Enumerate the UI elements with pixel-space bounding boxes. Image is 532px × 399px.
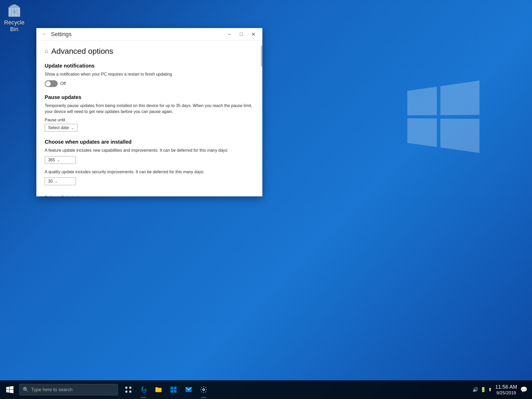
- svg-rect-14: [174, 390, 177, 393]
- update-notifications-desc: Show a notification when your PC require…: [45, 71, 254, 77]
- taskbar: 🔍 Type here to search: [0, 380, 532, 399]
- svg-point-16: [203, 389, 205, 391]
- links-section: Delivery Optimization Privacy settings: [45, 195, 254, 196]
- pause-updates-desc: Temporarily pause updates from being ins…: [45, 103, 254, 115]
- taskbar-search[interactable]: 🔍 Type here to search: [19, 384, 118, 395]
- toggle-row: Off: [45, 80, 254, 87]
- feature-update-desc: A feature update includes new capabiliti…: [45, 148, 254, 153]
- select-date-value: Select date: [48, 125, 69, 130]
- svg-point-7: [125, 387, 128, 389]
- taskbar-right: 🔊 🔋 ⬆ 11:56 AM 9/25/2019 💬: [473, 383, 529, 396]
- recycle-bin[interactable]: ♻ Recycle Bin: [3, 3, 26, 33]
- network-icon[interactable]: 🔊: [473, 387, 478, 393]
- pause-updates-title: Pause updates: [45, 94, 254, 100]
- volume-icon[interactable]: 🔋: [480, 387, 486, 393]
- title-bar-title: Settings: [51, 31, 223, 38]
- choose-when-title: Choose when updates are installed: [45, 139, 254, 145]
- feature-days-value: 365: [48, 158, 55, 162]
- store-button[interactable]: [166, 380, 181, 399]
- feature-days-dropdown[interactable]: 365 ⌄: [45, 156, 76, 164]
- mail-button[interactable]: [181, 380, 196, 399]
- notification-center-icon[interactable]: 💬: [520, 386, 527, 393]
- recycle-bin-icon: ♻: [6, 3, 22, 18]
- toggle-state-label: Off: [60, 81, 66, 86]
- svg-rect-13: [170, 390, 173, 393]
- update-notification-toggle[interactable]: [45, 80, 58, 87]
- settings-window: ← Settings – □ ✕ ⌂ Advanced options Upda…: [36, 28, 262, 196]
- search-placeholder: Type here to search: [31, 387, 72, 393]
- close-button[interactable]: ✕: [247, 28, 259, 41]
- svg-point-9: [125, 390, 128, 393]
- svg-rect-2: [12, 5, 16, 6]
- maximize-button[interactable]: □: [235, 28, 247, 41]
- clock-date: 9/25/2019: [495, 390, 517, 396]
- scroll-thumb[interactable]: [261, 46, 262, 66]
- back-button[interactable]: ←: [39, 30, 49, 39]
- scroll-indicator: [261, 41, 262, 196]
- update-notifications-section: Update notifications Show a notification…: [45, 63, 254, 87]
- window-content: ⌂ Advanced options Update notifications …: [36, 41, 262, 196]
- task-view-button[interactable]: [121, 380, 136, 399]
- svg-rect-12: [174, 387, 177, 389]
- dropdown-arrow: ⌄: [71, 126, 74, 130]
- windows-logo-watermark: [407, 81, 480, 153]
- page-title: Advanced options: [51, 47, 113, 56]
- file-explorer-button[interactable]: [151, 380, 166, 399]
- home-icon[interactable]: ⌂: [45, 48, 48, 55]
- pause-updates-section: Pause updates Temporarily pause updates …: [45, 94, 254, 132]
- taskbar-icons: [121, 380, 211, 399]
- feature-dropdown-arrow: ⌄: [57, 158, 60, 162]
- minimize-button[interactable]: –: [223, 28, 235, 41]
- desktop: ♻ Recycle Bin ← Settings – □ ✕ ⌂ Advance…: [0, 0, 532, 399]
- start-button[interactable]: [3, 380, 17, 399]
- edge-icon-button[interactable]: [136, 380, 151, 399]
- recycle-bin-label: Recycle Bin: [3, 19, 26, 33]
- svg-point-10: [129, 390, 131, 393]
- svg-point-8: [129, 387, 131, 389]
- quality-days-dropdown[interactable]: 30 ⌄: [45, 177, 76, 185]
- notifications-icon[interactable]: ⬆: [488, 387, 492, 393]
- title-bar: ← Settings – □ ✕: [36, 28, 262, 41]
- update-notifications-title: Update notifications: [45, 63, 254, 69]
- quality-dropdown-arrow: ⌄: [55, 179, 58, 183]
- settings-button[interactable]: [196, 380, 211, 399]
- title-bar-controls: – □ ✕: [223, 28, 259, 41]
- search-icon: 🔍: [23, 387, 29, 393]
- pause-until-label: Pause until: [45, 118, 254, 122]
- quality-update-desc: A quality update includes security impro…: [45, 169, 254, 175]
- system-icons: 🔊 🔋 ⬆: [473, 387, 492, 393]
- toggle-knob: [45, 81, 51, 86]
- svg-rect-11: [170, 387, 173, 389]
- select-date-dropdown[interactable]: Select date ⌄: [45, 124, 77, 132]
- svg-text:♻: ♻: [12, 9, 16, 15]
- choose-when-section: Choose when updates are installed A feat…: [45, 139, 254, 188]
- clock[interactable]: 11:56 AM 9/25/2019: [495, 383, 517, 396]
- delivery-optimization-link[interactable]: Delivery Optimization: [45, 195, 254, 196]
- clock-time: 11:56 AM: [495, 383, 517, 390]
- quality-days-value: 30: [48, 179, 53, 184]
- page-header: ⌂ Advanced options: [45, 47, 254, 56]
